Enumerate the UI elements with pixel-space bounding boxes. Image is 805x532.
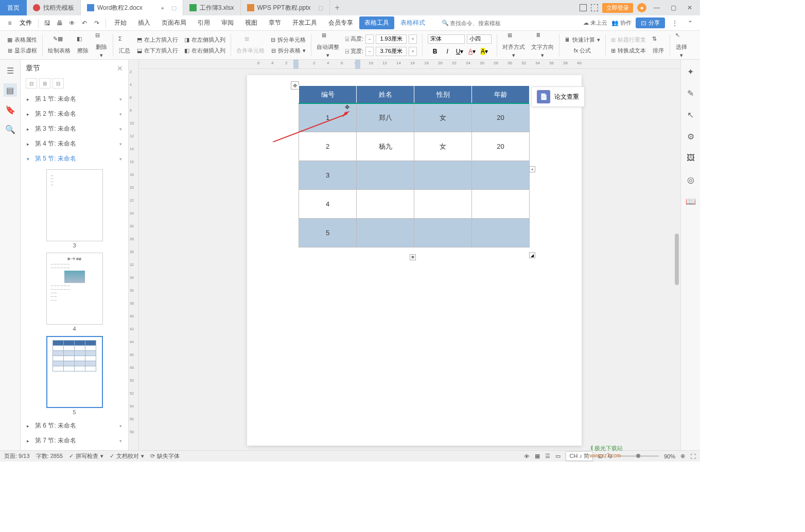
show-grid-button[interactable]: ⊞ 显示虚框 (8, 47, 37, 55)
login-button[interactable]: 立即登录 (602, 3, 633, 13)
table-resize-handle[interactable]: ◢ (529, 252, 535, 258)
rail-ai-icon[interactable]: ✦ (684, 65, 697, 78)
italic-button[interactable]: I (442, 47, 452, 56)
document-area[interactable]: 642246810121416182022242628303234363840 … (139, 60, 680, 450)
zoom-slider[interactable] (618, 455, 659, 457)
tab-xlsx[interactable]: 工作簿3.xlsx (183, 0, 241, 15)
section-item-1[interactable]: ▸第 1 节: 未命名▾ (21, 92, 128, 107)
apps-icon[interactable] (591, 4, 598, 11)
calc-button[interactable]: Σ汇总 (115, 34, 134, 56)
menu-view[interactable]: 视图 (240, 16, 262, 29)
draw-table-button[interactable]: ✎▦绘制表格 (45, 34, 74, 56)
width-dec-button[interactable]: − (365, 47, 374, 56)
page-thumb-3[interactable]: ———— (46, 169, 103, 241)
insert-col-left-button[interactable]: ◨ 在左侧插入列 (184, 36, 225, 44)
rail-settings-icon[interactable]: ⚙ (684, 130, 697, 143)
close-icon[interactable]: ▢ (318, 5, 323, 11)
print-icon[interactable]: 🖶 (54, 17, 65, 29)
rail-pen-icon[interactable]: ✎ (684, 86, 697, 100)
font-name-select[interactable] (428, 34, 465, 44)
tab-daoke[interactable]: 找稻壳模板 (27, 0, 81, 15)
zoom-in-icon[interactable]: ⊕ (680, 453, 685, 459)
document-table[interactable]: 编号 姓名 性别 年龄 1郑八女20 2杨九女20 3 4 5 (299, 85, 530, 247)
menu-member[interactable]: 会员专享 (323, 16, 358, 29)
section-item-4[interactable]: ▸第 4 节: 未命名▾ (21, 136, 128, 151)
eye-icon[interactable]: 👁 (524, 453, 530, 459)
rail-pointer-icon[interactable]: ↖ (684, 108, 697, 121)
menu-table-tools[interactable]: 表格工具 (359, 16, 394, 29)
paper-check-pill[interactable]: 📄 论文查重 (531, 86, 585, 107)
status-page[interactable]: 页面: 9/13 (4, 452, 30, 460)
rail-book-icon[interactable]: 📖 (684, 194, 697, 208)
sort-button[interactable]: ⇅排序 (649, 34, 668, 56)
width-input[interactable] (376, 47, 407, 56)
layout-icon[interactable] (580, 4, 587, 11)
height-inc-button[interactable]: + (409, 34, 417, 44)
height-input[interactable] (376, 34, 407, 44)
undo-icon[interactable]: ↶ (79, 17, 90, 29)
minimize-button[interactable]: — (651, 2, 663, 14)
rail-search-icon[interactable]: 🔍 (4, 122, 17, 136)
page-thumb-5[interactable] (46, 336, 103, 408)
select-button[interactable]: ↖选择 ▾ (672, 31, 691, 60)
page-thumb-4[interactable]: 第一节 标题 — — — — — —— — — — — —— — — — — —… (46, 253, 103, 325)
font-color-button[interactable]: A ▾ (467, 47, 477, 56)
fullscreen-icon[interactable]: ⛶ (690, 453, 696, 459)
close-panel-icon[interactable]: ✕ (117, 64, 123, 73)
preview-icon[interactable]: 👁 (66, 17, 78, 29)
table-row[interactable]: 3 (299, 161, 530, 190)
rail-target-icon[interactable]: ◎ (684, 173, 697, 186)
table-properties-button[interactable]: ▦ 表格属性 (7, 36, 37, 44)
vertical-scrollbar[interactable] (673, 69, 680, 450)
th-name[interactable]: 姓名 (357, 86, 414, 103)
autofit-button[interactable]: ⊞自动调整 ▾ (313, 31, 342, 60)
quick-calc-button[interactable]: 🖩 快速计算 ▾ (565, 36, 600, 44)
view-mode-outline-icon[interactable]: ☰ (545, 453, 550, 459)
section-item-6[interactable]: ▸第 6 节: 未命名▾ (21, 418, 128, 433)
section-item-2[interactable]: ▸第 2 节: 未命名▾ (21, 107, 128, 121)
rail-image-icon[interactable]: 🖼 (684, 151, 697, 165)
zoom-value[interactable]: 90% (664, 453, 675, 459)
table-header-row[interactable]: 编号 姓名 性别 年龄 (299, 86, 530, 103)
scroll-thumb[interactable] (675, 234, 679, 285)
nav-tb-add[interactable]: ⊞ (39, 78, 50, 88)
menu-insert[interactable]: 插入 (133, 16, 155, 29)
close-window-button[interactable]: ✕ (684, 2, 696, 14)
menu-page-layout[interactable]: 页面布局 (156, 16, 191, 29)
view-mode-print-icon[interactable]: ▦ (535, 453, 540, 459)
section-item-5[interactable]: ▾第 5 节: 未命名▾ (21, 151, 128, 166)
close-icon[interactable]: ▢ (171, 5, 177, 11)
insert-col-right-button[interactable]: ◧ 在右侧插入列 (184, 47, 225, 55)
tab-ppt[interactable]: WPS PPT教程.pptx ▢ (241, 0, 330, 15)
underline-button[interactable]: U ▾ (454, 47, 465, 56)
formula-button[interactable]: fx 公式 (574, 47, 591, 55)
maximize-button[interactable]: ▢ (667, 2, 679, 14)
tab-home[interactable]: 首页 (0, 0, 27, 15)
menu-sections[interactable]: 章节 (264, 16, 286, 29)
view-mode-web-icon[interactable]: ▭ (555, 453, 561, 459)
collab-button[interactable]: 👥 协作 (611, 19, 632, 27)
zoom-slider-thumb[interactable] (636, 454, 640, 458)
section-item-3[interactable]: ▸第 3 节: 未命名▾ (21, 121, 128, 136)
tab-word-doc[interactable]: Word教程2.docx ● ▢ (81, 0, 183, 15)
avatar-icon[interactable]: ● (637, 3, 646, 12)
menu-review[interactable]: 审阅 (216, 16, 239, 29)
save-icon[interactable]: 🖫 (42, 17, 53, 29)
menu-table-style[interactable]: 表格样式 (395, 16, 430, 29)
menu-dev-tools[interactable]: 开发工具 (287, 16, 322, 29)
status-missing-font[interactable]: ⟳ 缺失字体 (150, 452, 180, 460)
erase-button[interactable]: ◧擦除 (74, 34, 92, 56)
add-tab-button[interactable]: + (330, 3, 345, 12)
highlight-button[interactable]: A ▾ (479, 47, 489, 56)
th-gender[interactable]: 性别 (414, 86, 472, 103)
status-spell[interactable]: ✓ 拼写检查 ▾ (69, 452, 103, 460)
redo-icon[interactable]: ↷ (91, 17, 102, 29)
height-dec-button[interactable]: − (365, 34, 374, 44)
section-item-7[interactable]: ▸第 7 节: 未命名▾ (21, 433, 128, 448)
table-move-handle[interactable]: ✥ (291, 81, 299, 90)
more-icon[interactable]: ⋮ (669, 17, 680, 29)
split-table-button[interactable]: ⊟ 拆分表格 ▾ (271, 47, 306, 55)
collapse-ribbon-icon[interactable]: ⌃ (685, 17, 696, 29)
menu-hamburger-icon[interactable]: ≡ (4, 17, 15, 29)
rail-sections-icon[interactable]: ▤ (4, 83, 17, 97)
